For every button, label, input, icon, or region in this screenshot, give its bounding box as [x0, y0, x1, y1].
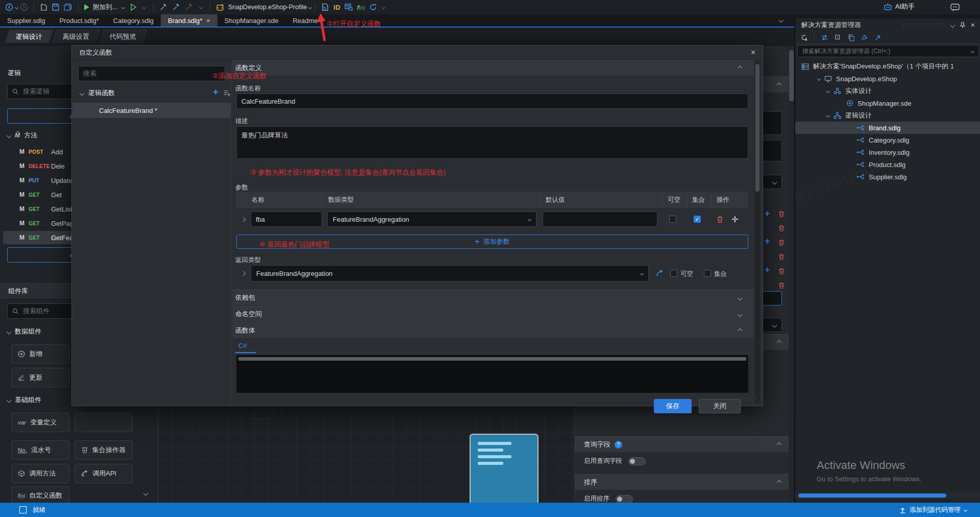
add-function-icon[interactable]: +	[213, 86, 218, 98]
add-row-icon[interactable]: +	[765, 265, 770, 275]
run-attach-dropdown-icon[interactable]	[121, 5, 125, 9]
tab-code-preview[interactable]: 代码预览	[99, 30, 147, 43]
component-collection-operator[interactable]: 集合操作器	[75, 440, 133, 460]
nav-back-dropdown-icon[interactable]	[15, 5, 18, 9]
component-insert[interactable]: 新增	[11, 344, 69, 364]
component-serial[interactable]: No.流水号	[11, 440, 69, 460]
delete-row-icon[interactable]	[778, 268, 785, 275]
section-dependencies[interactable]: 依赖包	[232, 290, 754, 306]
tree-solution[interactable]: 解决方案'SnapDevelop.eShop'（1 个项目中的 1	[795, 60, 980, 73]
explorer-collapse-all-icon[interactable]	[835, 34, 842, 41]
run-without-debug-icon[interactable]	[130, 3, 137, 11]
delete-row-icon[interactable]	[778, 239, 785, 246]
feedback-icon[interactable]	[950, 4, 960, 12]
components-collapse-icon[interactable]	[143, 491, 149, 496]
component-call-method[interactable]: 调用方法	[11, 464, 69, 483]
tab-category[interactable]: Category.sdlg	[106, 14, 161, 27]
return-expander-icon[interactable]	[241, 271, 246, 276]
param-default-input[interactable]	[543, 212, 657, 227]
explorer-sync-icon[interactable]	[821, 34, 828, 41]
param-collection-checkbox[interactable]: ✓	[694, 216, 701, 223]
section-sort[interactable]: 排序	[575, 474, 789, 490]
component-call-api[interactable]: 调用API	[75, 464, 133, 483]
tree-brand-sdlg[interactable]: Brand.sdlg	[795, 122, 980, 134]
param-type-dropdown[interactable]: FeatureBrandAggregation	[327, 212, 536, 227]
tree-project[interactable]: SnapDevelop.eShop	[795, 73, 980, 85]
build-dropdown-icon[interactable]	[199, 5, 203, 9]
component-update[interactable]: 更新	[11, 368, 69, 387]
explorer-properties-icon[interactable]	[861, 34, 868, 41]
close-button[interactable]: 关闭	[699, 399, 741, 413]
tab-close-icon[interactable]: ×	[206, 17, 210, 25]
code-editor[interactable]	[236, 355, 748, 393]
return-nullable-checkbox[interactable]	[670, 270, 677, 277]
param-move-icon[interactable]: ✛	[731, 215, 738, 224]
save-icon[interactable]	[52, 3, 60, 11]
ai-assistant-button[interactable]: AI助手	[895, 2, 915, 11]
component-custom-function[interactable]: f(n)自定义函数	[11, 486, 69, 505]
tab-overflow-icon[interactable]	[779, 18, 784, 23]
explorer-search-input[interactable]: 搜索解决方案资源管理器 (Ctrl+;)	[797, 45, 979, 57]
tools-dropdown-icon[interactable]	[382, 5, 385, 9]
description-textarea[interactable]: 最热门品牌算法	[236, 126, 748, 159]
tree-entity-design[interactable]: 实体设计	[795, 85, 980, 97]
panel-pin-icon[interactable]	[960, 22, 966, 29]
section-function-body[interactable]: 函数体	[232, 322, 754, 339]
tab-shopmanager[interactable]: ShopManager.sde	[217, 14, 286, 27]
tree-item-selected[interactable]: CalcFeatureBrand *	[72, 103, 231, 118]
tree-inventory-sdlg[interactable]: Inventory.sdlg	[795, 146, 980, 158]
flow-node[interactable]	[470, 434, 538, 513]
section-namespace[interactable]: 命名空间	[232, 306, 754, 322]
component-variable[interactable]: var变量定义	[11, 413, 69, 432]
delete-row-icon[interactable]	[778, 282, 785, 289]
save-button[interactable]: 保存	[654, 399, 692, 413]
nav-back-icon[interactable]	[5, 3, 13, 11]
profile-dropdown-icon[interactable]	[308, 5, 312, 9]
enable-query-fields-toggle[interactable]	[628, 457, 646, 465]
save-all-icon[interactable]	[64, 3, 72, 11]
logic-functions-group[interactable]: 逻辑函数	[80, 88, 115, 98]
dialog-search-input[interactable]: 搜索	[78, 66, 225, 81]
explorer-refresh-icon[interactable]	[800, 34, 808, 41]
add-row-icon[interactable]: +	[765, 236, 770, 247]
id-generator-icon[interactable]: ID	[333, 4, 340, 11]
data-components-group[interactable]: 数据组件	[7, 327, 41, 336]
tree-product-sdlg[interactable]: Product.sdlg	[795, 158, 980, 171]
explorer-copy-icon[interactable]	[848, 34, 855, 41]
data-table-icon[interactable]	[345, 4, 353, 11]
custom-function-icon[interactable]: f(n)	[357, 4, 365, 11]
tree-shopmanager-sde[interactable]: ShopManager.sde	[795, 97, 980, 109]
row-expander-icon[interactable]	[241, 217, 246, 222]
panel-close-icon[interactable]: ×	[971, 21, 975, 29]
source-control-button[interactable]: 添加到源代码管理	[899, 506, 967, 514]
goto-model-icon[interactable]	[656, 269, 665, 277]
delete-row-icon[interactable]	[778, 210, 785, 218]
section-function-definition[interactable]: 函数定义	[232, 60, 754, 76]
profile-selector[interactable]: SnapDevelop.eShop-Profile	[228, 4, 307, 11]
code-language-tab[interactable]: C#	[238, 342, 247, 349]
run-options-dropdown-icon[interactable]	[142, 5, 146, 9]
tree-logic-design[interactable]: 逻辑设计	[795, 109, 980, 122]
function-name-input[interactable]	[236, 93, 748, 109]
base-components-group[interactable]: 基础组件	[7, 395, 41, 405]
help-icon[interactable]: ?	[615, 441, 622, 449]
build-icon[interactable]	[159, 3, 168, 11]
nav-forward-icon[interactable]	[20, 3, 28, 11]
panel-menu-icon[interactable]	[950, 22, 955, 28]
return-type-dropdown[interactable]: FeatureBrandAggregation	[251, 265, 649, 281]
param-delete-icon[interactable]	[716, 216, 724, 223]
delete-row-icon[interactable]	[778, 225, 785, 232]
tree-supplier-sdlg[interactable]: Supplier.sdlg	[795, 171, 980, 183]
entity-config-icon[interactable]	[321, 3, 329, 11]
panel-drag-handle[interactable]	[902, 23, 946, 27]
add-function-from-list-icon[interactable]	[223, 89, 231, 97]
cancel-build-icon[interactable]	[185, 3, 193, 11]
rebuild-icon[interactable]	[172, 3, 181, 11]
dialog-resize-grip[interactable]: ⋱	[755, 397, 761, 404]
explorer-h-scrollbar[interactable]	[795, 492, 980, 499]
delete-row-icon[interactable]	[778, 253, 785, 261]
run-attach-icon[interactable]	[84, 4, 89, 10]
tab-logic-design[interactable]: 逻辑设计	[5, 30, 53, 43]
editor-v-scrollbar[interactable]	[789, 46, 794, 503]
new-file-icon[interactable]	[40, 3, 47, 11]
